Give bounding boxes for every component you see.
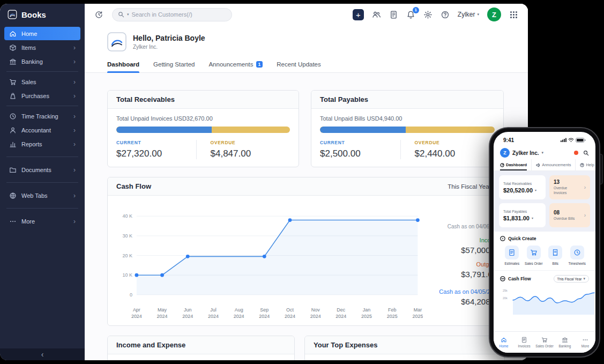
tab-getting-started[interactable]: Getting Started	[153, 58, 195, 72]
billing-document-icon[interactable]	[389, 10, 398, 19]
org-logo-icon	[107, 32, 126, 51]
clock-icon	[9, 113, 17, 120]
phone-receivables-card[interactable]: Total Receivables $20,520.00▾	[499, 175, 546, 199]
sidebar-item-time-tracking[interactable]: Time Tracking ›	[4, 109, 80, 123]
sidebar-item-home[interactable]: Home	[4, 27, 80, 40]
help-icon[interactable]	[441, 10, 450, 19]
quick-create-label: Timesheets	[569, 262, 586, 265]
tab-announcements[interactable]: Announcements 1	[208, 58, 263, 72]
svg-text:Apr: Apr	[133, 307, 140, 313]
card-title: Cash Flow	[116, 182, 151, 190]
card-title: Your Top Expenses	[305, 336, 504, 354]
phone-overdue-bills-card[interactable]: 08 Overdue Bills ›	[549, 203, 590, 227]
sidebar-divider	[6, 71, 78, 72]
receivables-progress-fill	[116, 127, 212, 133]
svg-text:Jan: Jan	[363, 307, 370, 313]
person-icon	[9, 127, 17, 134]
brand-name: Books	[21, 10, 46, 19]
svg-text:2024: 2024	[131, 314, 142, 319]
svg-text:Aug: Aug	[235, 307, 243, 313]
bar-chart-icon	[9, 140, 17, 148]
search-input[interactable]	[132, 11, 226, 18]
apps-grid-icon[interactable]	[509, 10, 518, 19]
svg-text:May: May	[158, 307, 167, 313]
sidebar-item-web-tabs[interactable]: Web Tabs ›	[4, 189, 80, 202]
chevron-right-icon: ›	[73, 192, 76, 199]
timesheet-clock-icon	[573, 249, 581, 256]
bag-icon	[9, 92, 17, 100]
tab-label: Getting Started	[153, 61, 195, 68]
quick-create-sales-order[interactable]: Sales Order	[523, 246, 545, 265]
nav-label: Invoices	[518, 344, 530, 348]
sidebar-item-label: More	[21, 218, 69, 225]
sidebar-item-banking[interactable]: Banking ›	[4, 55, 80, 68]
overdue-invoices-label: Overdue Invoices	[554, 186, 575, 195]
users-icon[interactable]	[372, 10, 381, 19]
sidebar-item-label: Purchases	[21, 93, 69, 99]
phone-nav-more[interactable]: More	[575, 337, 595, 348]
wifi-icon	[568, 138, 574, 142]
tab-label: Dashboard	[107, 61, 139, 68]
payables-progress-bar	[320, 127, 495, 133]
total-payables-card: Total Payables Total Unpaid Bills USD4,9…	[311, 90, 504, 167]
settings-gear-icon[interactable]	[423, 10, 433, 19]
sales-order-cart-icon	[530, 249, 538, 256]
cash-opening-label: Cash as on 04/06/20	[423, 224, 497, 229]
recent-history-button[interactable]	[94, 10, 103, 19]
svg-text:Feb: Feb	[388, 307, 396, 313]
phone-payables-card[interactable]: Total Payables $1,831.00▾	[499, 203, 546, 227]
svg-text:2024: 2024	[259, 314, 270, 319]
global-search[interactable]: ▾	[112, 8, 232, 21]
phone-summary-cards: Total Receivables $20,520.00▾ 13 Overdue…	[494, 171, 595, 232]
sidebar-item-documents[interactable]: Documents ›	[4, 163, 80, 176]
greeting-title: Hello, Patricia Boyle	[133, 34, 205, 42]
sidebar-item-accountant[interactable]: Accountant ›	[4, 123, 80, 137]
sidebar-item-purchases[interactable]: Purchases ›	[4, 89, 80, 102]
sidebar-item-more[interactable]: More ›	[4, 214, 80, 228]
notifications-bell-icon[interactable]: 1	[406, 10, 415, 19]
chevron-right-icon: ›	[73, 58, 76, 65]
phone-org-name[interactable]: Zylker Inc.	[512, 150, 539, 156]
phone-nav-invoices[interactable]: Invoices	[514, 337, 534, 348]
nav-label: Banking	[559, 344, 571, 348]
tab-dashboard[interactable]: Dashboard	[107, 58, 139, 72]
chevron-right-icon: ›	[584, 212, 586, 218]
phone-tab-dashboard[interactable]: Dashboard	[500, 159, 531, 170]
folder-icon	[9, 166, 17, 174]
sidebar-collapse-button[interactable]: ‹	[0, 348, 85, 360]
phone-org-avatar[interactable]: Z	[500, 148, 510, 158]
sidebar-item-items[interactable]: Items ›	[4, 41, 80, 54]
sidebar-item-reports[interactable]: Reports ›	[4, 137, 80, 151]
fiscal-year-label: This Fiscal Year	[448, 183, 491, 190]
phone-nav-banking[interactable]: Banking	[555, 337, 575, 348]
current-label: CURRENT	[320, 140, 400, 145]
cash-flow-card: Cash Flow This Fiscal Year ▾ 010 K20 K30…	[107, 177, 505, 326]
phone-search-icon[interactable]	[583, 150, 589, 156]
card-title: Total Payables	[311, 91, 503, 109]
phone-fiscal-year-filter[interactable]: This Fiscal Year ▾	[554, 275, 589, 283]
chevron-down-icon: ▾	[583, 277, 585, 281]
quick-create-estimates[interactable]: Estimates	[501, 246, 523, 265]
phone-overdue-invoices-card[interactable]: 13 Overdue Invoices ›	[549, 175, 590, 199]
payables-current: CURRENT $2,500.00	[320, 140, 400, 159]
tab-recent-updates[interactable]: Recent Updates	[277, 58, 320, 72]
overdue-bills-count: 08	[554, 210, 575, 216]
books-logo-icon	[8, 10, 17, 19]
phone-tabs: Dashboard Announcements Help	[494, 159, 595, 171]
chevron-right-icon: ›	[73, 93, 76, 99]
sidebar-divider	[6, 208, 78, 209]
phone-tab-announcements[interactable]: Announcements	[531, 159, 575, 170]
search-scope-caret-icon[interactable]: ▾	[127, 12, 129, 17]
sidebar-item-sales[interactable]: Sales ›	[4, 75, 80, 88]
quick-create-bills[interactable]: Bills	[545, 246, 566, 265]
phone-nav-sales-order[interactable]: Sales Order	[534, 337, 555, 348]
quick-create-button[interactable]: +	[353, 9, 364, 20]
tab-label: Help	[586, 162, 594, 167]
topbar-actions: + 1 Zylker ▾	[353, 8, 518, 21]
phone-nav-home[interactable]: Home	[494, 337, 514, 348]
user-avatar[interactable]: Z	[487, 8, 501, 21]
sidebar-item-label: Banking	[21, 58, 69, 65]
quick-create-timesheets[interactable]: Timesheets	[566, 246, 588, 265]
phone-tab-help[interactable]: Help	[575, 159, 595, 170]
org-switcher[interactable]: Zylker ▾	[458, 11, 479, 18]
